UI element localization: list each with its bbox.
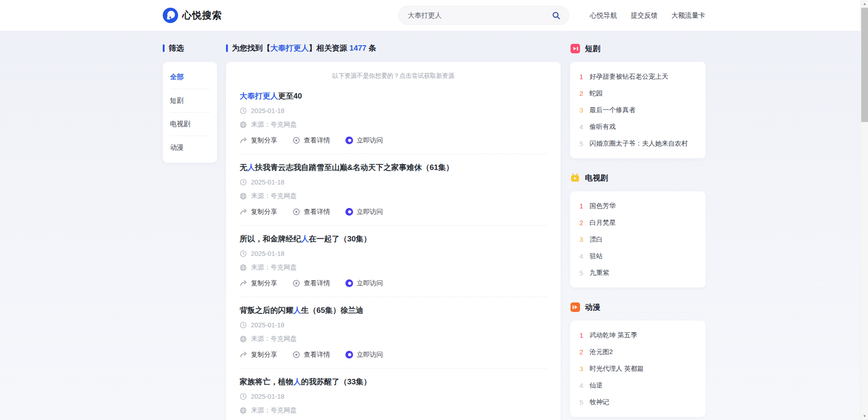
scrollbar-thumb[interactable] [861, 8, 868, 122]
result-source: 来源：夸克网盘 [251, 120, 297, 129]
globe-icon [240, 121, 247, 128]
view-detail-button[interactable]: 查看详情 [292, 350, 330, 359]
visit-now-button[interactable]: 立即访问 [345, 136, 383, 145]
view-detail-label: 查看详情 [304, 350, 330, 359]
ranking-item[interactable]: 5九重紫 [579, 264, 697, 281]
ranking-item[interactable]: 3时光代理人 英都篇 [579, 360, 697, 377]
ranking-heading: 短剧 [570, 42, 706, 54]
ranking-item[interactable]: 4驻站 [579, 248, 697, 264]
result-title[interactable]: 背叛之后的闪耀人生（65集）徐兰迪 [240, 305, 547, 316]
ranking-item[interactable]: 4仙逆 [579, 377, 697, 394]
clock-icon [240, 321, 247, 329]
view-detail-button[interactable]: 查看详情 [292, 136, 330, 145]
results-heading-text: 为您找到【大奉打更人】相关资源 1477 条 [232, 43, 376, 53]
visit-now-button[interactable]: 立即访问 [345, 208, 383, 216]
result-date: 2025-01-18 [251, 321, 284, 329]
search-input[interactable] [408, 12, 551, 19]
filter-card: 全部短剧电视剧动漫 [163, 62, 217, 163]
result-source-row: 来源：夸克网盘 [240, 406, 547, 415]
result-date: 2025-01-18 [251, 250, 284, 257]
clock-icon [240, 393, 247, 400]
ranking-item[interactable]: 2白月梵星 [579, 214, 697, 231]
rank-label: 仙逆 [590, 381, 603, 390]
rank-number: 2 [579, 90, 584, 97]
result-actions: 复制分享 查看详情 立即访问 [240, 350, 547, 359]
ranking-section: 短剧 1好孕甜妻被钻石老公宠上天2蛇园3最后一个修真者4偷听有戏5闪婚京圈太子爷… [570, 42, 706, 158]
copy-share-button[interactable]: 复制分享 [240, 279, 277, 288]
rank-number: 5 [579, 398, 584, 406]
rank-label: 国色芳华 [590, 202, 616, 210]
copy-share-button[interactable]: 复制分享 [240, 350, 277, 359]
result-date-row: 2025-01-18 [240, 393, 547, 400]
visit-icon [345, 137, 353, 144]
logo[interactable]: 心悦搜索 [163, 8, 222, 23]
result-source-row: 来源：夸克网盘 [240, 335, 547, 343]
search-icon [552, 11, 561, 20]
copy-share-label: 复制分享 [251, 350, 277, 359]
result-actions: 复制分享 查看详情 立即访问 [240, 208, 547, 216]
logo-icon [163, 8, 178, 23]
eye-icon [292, 279, 300, 287]
nav-link[interactable]: 提交反馈 [631, 11, 658, 20]
view-detail-label: 查看详情 [304, 279, 330, 288]
scrollbar-down-arrow[interactable]: ▼ [861, 412, 868, 420]
copy-share-button[interactable]: 复制分享 [240, 136, 277, 145]
nav-link[interactable]: 心悦导航 [590, 11, 617, 20]
scrollbar-up-arrow[interactable]: ▲ [861, 0, 868, 8]
nav-link[interactable]: 大额流量卡 [671, 11, 705, 20]
header-nav: 心悦导航提交反馈大额流量卡 [590, 11, 705, 20]
ranking-item[interactable]: 3漂白 [579, 231, 697, 248]
rank-label: 最后一个修真者 [590, 106, 636, 114]
clock-icon [240, 107, 247, 114]
result-list: 大奉打更人更至40 2025-01-18 来源：夸克网盘 复制分享 [240, 83, 547, 420]
eye-icon [292, 351, 300, 359]
rank-label: 闪婚京圈太子爷：夫人她来自农村 [590, 139, 688, 148]
view-detail-label: 查看详情 [304, 208, 330, 216]
ranking-title: 动漫 [585, 302, 600, 312]
anime-icon [570, 302, 580, 312]
visit-icon [345, 208, 353, 216]
refresh-hint-link[interactable]: 以下资源不是你想要的？点击尝试获取新资源 [240, 72, 547, 80]
ranking-heading: 电视剧 [570, 172, 706, 184]
rank-label: 白月梵星 [590, 218, 616, 227]
ranking-item[interactable]: 1好孕甜妻被钻石老公宠上天 [579, 68, 697, 85]
visit-now-button[interactable]: 立即访问 [345, 279, 383, 288]
rank-label: 蛇园 [590, 89, 603, 98]
result-title[interactable]: 无人扶我青云志我自踏雪至山巅&名动天下之家事难休（61集） [240, 162, 547, 173]
ranking-item[interactable]: 1国色芳华 [579, 198, 697, 214]
clock-icon [240, 250, 247, 257]
rank-number: 1 [579, 202, 584, 210]
result-date-row: 2025-01-18 [240, 107, 547, 114]
copy-share-label: 复制分享 [251, 208, 277, 216]
ranking-item[interactable]: 4偷听有戏 [579, 118, 697, 135]
filter-item[interactable]: 电视剧 [170, 113, 210, 136]
filter-item[interactable]: 短剧 [170, 89, 210, 113]
ranking-item[interactable]: 2蛇园 [579, 85, 697, 102]
rank-number: 2 [579, 219, 584, 227]
results-heading-middle: 】相关资源 [309, 44, 349, 52]
rank-label: 九重紫 [590, 269, 609, 277]
ranking-item[interactable]: 5牧神记 [579, 394, 697, 411]
ranking-item[interactable]: 5闪婚京圈太子爷：夫人她来自农村 [579, 135, 697, 152]
ranking-item[interactable]: 2沧元图2 [579, 344, 697, 360]
visit-icon [345, 279, 353, 287]
visit-now-button[interactable]: 立即访问 [345, 350, 383, 359]
copy-share-button[interactable]: 复制分享 [240, 208, 277, 216]
result-title[interactable]: 大奉打更人更至40 [240, 91, 547, 101]
ranking-item[interactable]: 1武动乾坤 第五季 [579, 327, 697, 344]
result-source-row: 来源：夸克网盘 [240, 120, 547, 129]
view-detail-button[interactable]: 查看详情 [292, 208, 330, 216]
rank-number: 3 [579, 365, 584, 373]
filter-item[interactable]: 全部 [170, 66, 210, 89]
rank-label: 好孕甜妻被钻石老公宠上天 [590, 72, 668, 81]
result-title[interactable]: 所以，和金牌经纪人在一起了（30集） [240, 234, 547, 244]
rank-number: 4 [579, 123, 584, 131]
search-button[interactable] [551, 10, 561, 21]
ranking-item[interactable]: 3最后一个修真者 [579, 102, 697, 118]
results-heading-keyword: 大奉打更人 [270, 44, 309, 52]
ranking-card: 1国色芳华2白月梵星3漂白4驻站5九重紫 [570, 191, 706, 288]
filter-item[interactable]: 动漫 [170, 136, 210, 159]
result-title[interactable]: 家族将亡，植物人的我苏醒了（33集） [240, 377, 547, 387]
share-icon [240, 279, 247, 287]
view-detail-button[interactable]: 查看详情 [292, 279, 330, 288]
